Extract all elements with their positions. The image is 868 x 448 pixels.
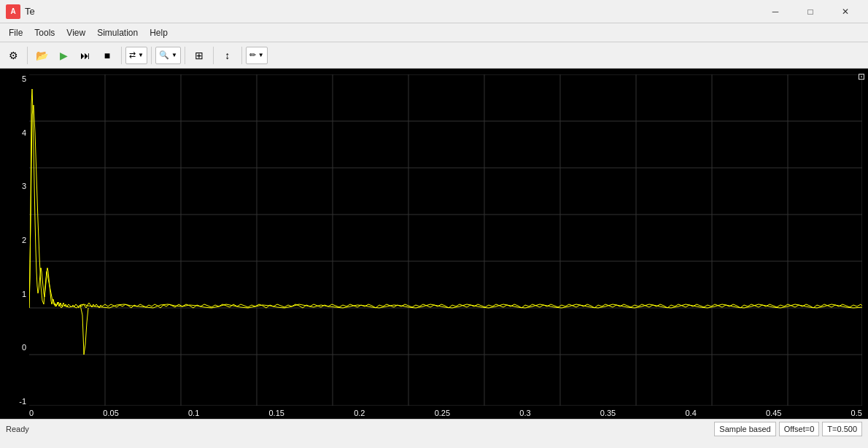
window-title: Te <box>25 6 759 17</box>
connect-dropdown[interactable]: ⇄ ▼ <box>125 47 147 64</box>
minimize-button[interactable]: ─ <box>759 0 792 23</box>
y-axis-labels: 5 4 3 2 1 0 -1 <box>0 69 29 419</box>
signal-spike-down <box>80 305 88 355</box>
stop-button[interactable]: ■ <box>97 45 117 66</box>
status-text: Ready <box>6 425 711 433</box>
menu-help[interactable]: Help <box>144 26 174 39</box>
x-label-045: 0.45 <box>766 409 781 417</box>
close-button[interactable]: ✕ <box>829 0 862 23</box>
settings-button[interactable]: ⚙ <box>3 45 23 66</box>
x-label-05: 0.5 <box>851 409 862 417</box>
plot-svg <box>29 74 862 406</box>
zoom-icon: 🔍 <box>159 50 169 60</box>
x-label-02: 0.2 <box>354 409 365 417</box>
time-box: T=0.500 <box>822 422 862 436</box>
zoom-dropdown-arrow: ▼ <box>171 52 177 58</box>
x-axis-labels: 0 0.05 0.1 0.15 0.2 0.25 0.3 0.35 0.4 0.… <box>29 406 862 419</box>
fit-button[interactable]: ⊞ <box>189 45 209 66</box>
title-bar: A Te ─ □ ✕ <box>0 0 868 23</box>
y-label-1: 1 <box>0 290 29 298</box>
x-label-04: 0.4 <box>685 409 696 417</box>
x-label-025: 0.25 <box>435 409 450 417</box>
connect-icon: ⇄ <box>129 50 136 60</box>
menu-tools[interactable]: Tools <box>28 26 61 39</box>
x-label-015: 0.15 <box>269 409 284 417</box>
app-logo: A <box>6 4 20 19</box>
menu-bar: File Tools View Simulation Help <box>0 23 868 42</box>
y-label-5: 5 <box>0 74 29 83</box>
toolbar: ⚙ 📂 ▶ ⏭ ■ ⇄ ▼ 🔍 ▼ ⊞ ↕ ✏ ▼ <box>0 42 868 69</box>
offset-box: Offset=0 <box>779 422 820 436</box>
window-controls: ─ □ ✕ <box>759 0 862 23</box>
menu-file[interactable]: File <box>3 26 28 39</box>
toolbar-separator-6 <box>241 47 242 64</box>
menu-simulation[interactable]: Simulation <box>91 26 144 39</box>
grid-area <box>29 74 862 406</box>
y-label-minus1: -1 <box>0 397 29 406</box>
y-label-2: 2 <box>0 236 29 244</box>
style-dropdown-arrow: ▼ <box>258 52 264 58</box>
maximize-button[interactable]: □ <box>794 0 827 23</box>
connect-dropdown-arrow: ▼ <box>138 52 144 58</box>
status-bar: Ready Sample based Offset=0 T=0.500 <box>0 419 868 438</box>
autoscale-button[interactable]: ↕ <box>217 45 238 66</box>
plot-area[interactable]: 5 4 3 2 1 0 -1 <box>0 69 868 419</box>
toolbar-separator-3 <box>151 47 152 64</box>
plot-corner-icon[interactable]: ⊡ <box>858 72 865 82</box>
x-label-03: 0.3 <box>519 409 530 417</box>
open-button[interactable]: 📂 <box>31 45 52 66</box>
x-label-0: 0 <box>29 409 34 417</box>
style-icon: ✏ <box>249 50 256 60</box>
x-label-005: 0.05 <box>103 409 118 417</box>
x-label-01: 0.1 <box>188 409 199 417</box>
style-dropdown[interactable]: ✏ ▼ <box>246 47 268 64</box>
zoom-dropdown[interactable]: 🔍 ▼ <box>155 47 181 64</box>
y-label-0: 0 <box>0 343 29 352</box>
signal-line <box>29 105 862 308</box>
toolbar-separator-2 <box>121 47 122 64</box>
x-label-035: 0.35 <box>600 409 616 417</box>
y-label-4: 4 <box>0 128 29 137</box>
toolbar-separator-5 <box>213 47 214 64</box>
y-label-3: 3 <box>0 182 29 190</box>
sample-based-box: Sample based <box>714 422 775 436</box>
step-forward-button[interactable]: ⏭ <box>75 45 96 66</box>
toolbar-separator-4 <box>185 47 185 64</box>
run-button[interactable]: ▶ <box>53 45 74 66</box>
menu-view[interactable]: View <box>61 26 91 39</box>
toolbar-separator-1 <box>27 47 28 64</box>
signal-noise-early <box>29 89 175 308</box>
